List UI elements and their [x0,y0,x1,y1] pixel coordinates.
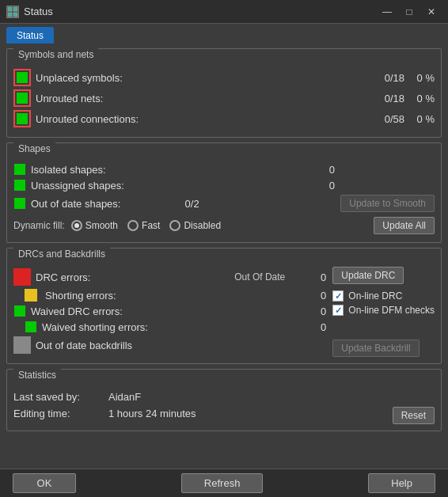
waived-drc-value: 0 [294,305,326,317]
unplaced-symbols-label: Unplaced symbols: [36,72,368,84]
section-shapes-title: Shapes [13,142,55,156]
svg-rect-0 [8,7,12,11]
table-row: Waived shorting errors: 0 [21,321,326,333]
section-symbols-nets-title: Symbols and nets [13,47,98,62]
window-title: Status [24,6,377,17]
online-dfm-label: On-line DFM checks [348,305,435,316]
update-backdrill-button[interactable]: Update Backdrill [332,340,419,357]
led-unrouted-conn-outer [13,110,31,127]
tab-status[interactable]: Status [6,27,54,44]
led-unplaced-outer [13,69,31,86]
drc-errors-sublabel: Out Of Date [234,271,285,283]
section-statistics: Statistics Last saved by: AidanF Editing… [6,369,442,431]
unassigned-shapes-value: 0 [303,180,335,192]
unrouted-nets-value: 0/18 [373,93,404,104]
unrouted-nets-pct: 0 % [409,93,435,104]
waived-drc-label: Waived DRC errors: [31,305,290,317]
led-outofdate [14,198,25,209]
help-button[interactable]: Help [368,473,435,493]
update-all-button[interactable]: Update All [374,217,435,234]
led-drc-errors [13,268,31,286]
maximize-button[interactable]: □ [399,4,420,20]
bottom-bar: OK Refresh Help [0,469,448,497]
shorting-errors-value: 0 [294,290,326,302]
unrouted-conn-value: 0/58 [373,113,404,125]
checkboxes: On-line DRC On-line DFM checks [332,290,435,316]
table-row: Editing time: 1 hours 24 minutes [13,408,386,419]
led-unplaced-inner [17,72,28,83]
tab-bar: Status [0,24,448,44]
main-content: Symbols and nets Unplaced symbols: 0/18 … [0,44,448,436]
led-unrouted-nets-outer [13,89,31,107]
dynamic-fill-label: Dynamic fill: [13,220,65,231]
app-icon [6,6,19,18]
waived-short-label: Waived shorting errors: [42,321,290,333]
drc-errors-label: DRC errors: [36,271,230,283]
table-row: Isolated shapes: 0 [13,163,435,176]
led-unrouted-nets-inner [17,93,28,104]
statistics-layout: Last saved by: AidanF Editing time: 1 ho… [13,386,435,424]
table-row: DRC errors: Out Of Date 0 [13,268,326,286]
close-button[interactable]: ✕ [421,4,442,20]
table-row: Shorting errors: 0 [21,289,326,302]
refresh-button[interactable]: Refresh [181,473,264,493]
radio-smooth-circle [71,220,82,231]
led-unassigned [14,180,25,191]
statistics-left: Last saved by: AidanF Editing time: 1 ho… [13,386,386,424]
drc-errors-value: 0 [294,271,326,283]
radio-fast-label: Fast [142,220,160,231]
outofdate-shapes-label: Out of date shapes: [31,198,163,210]
section-statistics-title: Statistics [13,368,61,382]
drcs-right-col: Update DRC On-line DRC On-line DFM check… [332,265,435,357]
led-waived-drc-outer [13,305,26,317]
svg-rect-1 [13,7,17,11]
table-row: Unrouted connections: 0/58 0 % [13,110,435,127]
radio-fast-circle [127,220,139,231]
radio-smooth-label: Smooth [85,220,118,231]
online-drc-checkbox[interactable] [332,290,344,302]
svg-rect-3 [13,13,17,17]
online-drc-check[interactable]: On-line DRC [332,290,435,302]
led-isolated [14,164,25,175]
led-unassigned-outer [13,179,26,192]
update-drc-button[interactable]: Update DRC [332,267,404,284]
led-outofdate-outer [13,197,26,210]
online-dfm-checkbox[interactable] [332,305,344,316]
radio-disabled-label: Disabled [184,220,221,231]
drcs-body: DRC errors: Out Of Date 0 Shorting error… [7,262,441,363]
dynamic-fill-row: Dynamic fill: Smooth Fast Disabled [13,217,435,234]
editing-time-label: Editing time: [13,408,108,419]
table-row: Out of date backdrills [13,336,326,354]
minimize-button[interactable]: — [377,4,397,20]
radio-disabled[interactable]: Disabled [169,220,221,231]
section-symbols-nets: Symbols and nets Unplaced symbols: 0/18 … [6,48,442,138]
statistics-body: Last saved by: AidanF Editing time: 1 ho… [7,383,441,431]
svg-rect-2 [8,13,12,17]
led-backdrills [13,336,31,354]
backdrills-label: Out of date backdrills [36,340,326,351]
table-row: Last saved by: AidanF [13,391,386,403]
online-drc-label: On-line DRC [348,290,402,302]
led-isolated-outer [13,163,26,176]
window-controls: — □ ✕ [377,4,442,20]
unrouted-conn-pct: 0 % [409,113,435,125]
ok-button[interactable]: OK [13,473,76,493]
last-saved-value: AidanF [108,391,141,403]
led-waived-short-outer [25,321,37,333]
drcs-main-layout: DRC errors: Out Of Date 0 Shorting error… [13,265,435,357]
drcs-left-col: DRC errors: Out Of Date 0 Shorting error… [13,265,326,357]
reset-button[interactable]: Reset [393,407,435,424]
title-bar: Status — □ ✕ [0,0,448,24]
shorting-errors-label: Shorting errors: [45,290,290,302]
radio-fast[interactable]: Fast [127,220,160,231]
radio-disabled-circle [169,220,180,231]
update-to-smooth-button[interactable]: Update to Smooth [340,195,435,212]
outofdate-shapes-value: 0/2 [168,198,199,210]
editing-time-value: 1 hours 24 minutes [108,408,196,419]
online-dfm-check[interactable]: On-line DFM checks [332,305,435,316]
radio-group-dynamic-fill: Smooth Fast Disabled [71,220,221,231]
led-waived-short [25,321,36,332]
radio-smooth[interactable]: Smooth [71,220,118,231]
table-row: Unplaced symbols: 0/18 0 % [13,69,435,86]
section-shapes: Shapes Isolated shapes: 0 Unassigned sha… [6,142,442,243]
